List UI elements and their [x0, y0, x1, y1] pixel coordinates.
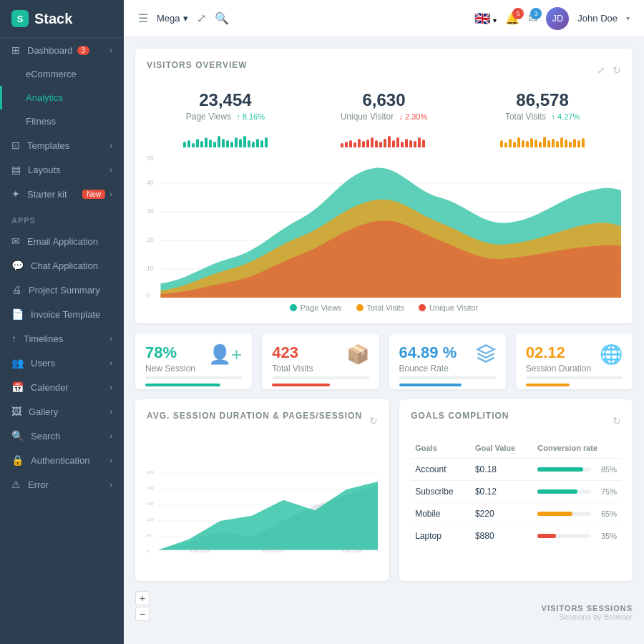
svg-text:30: 30 [147, 208, 154, 215]
sidebar-item-users[interactable]: 👥 Users › [0, 351, 124, 375]
sidebar-item-label: Analytics [26, 92, 63, 103]
goal-conversion: 85% [533, 459, 621, 481]
refresh-icon[interactable]: ↻ [613, 64, 621, 76]
chevron-icon: › [109, 431, 112, 440]
user-name[interactable]: John Doe [577, 13, 618, 24]
sidebar-item-gallery[interactable]: 🖼 Gallery › [0, 399, 124, 424]
sidebar-item-timelines[interactable]: ↑ Timelines › [0, 326, 124, 351]
goals-title: GOALS COMPLITION [411, 411, 509, 421]
stat-unique-visitors: 6,630 Unique Visitor ↓ 2.30% [341, 90, 428, 147]
logo-icon: S [11, 10, 29, 27]
unique-visitor-change: ↓ 2.30% [399, 112, 428, 121]
sidebar-item-error[interactable]: ⚠ Error › [0, 472, 124, 497]
sidebar-item-ecommerce[interactable]: eCommerce [0, 62, 124, 86]
metric-bar-fill [526, 384, 570, 386]
calendar-icon: 📅 [11, 381, 24, 393]
email-icon: ✉ [11, 235, 20, 247]
expand-icon[interactable]: ⤢ [197, 11, 206, 25]
svg-text:2016-12-04: 2016-12-04 [262, 549, 284, 553]
metric-value: 64.89 % [399, 343, 457, 362]
bottom-row: AVG. SESSION DURATION & PAGES/SESSION ↻ … [135, 399, 633, 581]
sidebar-item-label: Dashboard [27, 45, 73, 56]
sidebar-item-label: eCommerce [26, 69, 77, 79]
chevron-icon: › [109, 334, 112, 343]
sidebar-item-label: Email Application [27, 236, 98, 247]
dashboard-badge: 3 [77, 46, 90, 55]
flag-icon: 🇬🇧 [474, 11, 490, 26]
sidebar-item-chat-app[interactable]: 💬 Chat Application [0, 253, 124, 278]
svg-text:300: 300 [147, 470, 155, 474]
sidebar-item-starter-kit[interactable]: ✦ Starter kit New › [0, 182, 124, 206]
topbar-left: ☰ Mega ▾ ⤢ 🔍 [138, 11, 229, 25]
fullscreen-icon[interactable]: ⤢ [597, 64, 605, 76]
mega-label: Mega [157, 13, 180, 24]
refresh-icon[interactable]: ↻ [369, 415, 378, 426]
sidebar-item-authentication[interactable]: 🔒 Authentication › [0, 448, 124, 472]
timelines-icon: ↑ [11, 333, 16, 344]
app-name: Stack [34, 11, 72, 27]
language-selector[interactable]: 🇬🇧 ▾ [474, 11, 497, 26]
sidebar-item-calender[interactable]: 📅 Calender › [0, 375, 124, 399]
sidebar-item-dashboard[interactable]: ⊞ Dashboard 3 › [0, 38, 124, 62]
sidebar-item-invoice-template[interactable]: 📄 Invoice Template [0, 302, 124, 326]
sidebar-item-label: Error [28, 479, 49, 490]
metric-session-duration: 02.12 Session Duration 🌐 [516, 333, 633, 389]
legend-dot-total-visits [356, 304, 364, 311]
sidebar-item-analytics[interactable]: Analytics [0, 86, 124, 109]
svg-text:0: 0 [147, 549, 150, 553]
unique-visitor-number: 6,630 [341, 90, 428, 110]
visitors-overview-card: VISITORS OVERVIEW ⤢ ↻ 23,454 Page Views … [135, 49, 633, 323]
visitors-title: VISITORS OVERVIEW [147, 60, 248, 70]
footer-row: + − VISITORS SESSIONS Sessions by Browse… [135, 591, 633, 621]
messages-button[interactable]: ✉ 3 [528, 11, 537, 25]
sidebar-item-label: Gallery [29, 406, 58, 417]
chevron-icon: › [109, 141, 112, 150]
mega-menu-button[interactable]: Mega ▾ [157, 13, 188, 24]
zoom-in-button[interactable]: + [135, 591, 150, 605]
page-content: VISITORS OVERVIEW ⤢ ↻ 23,454 Page Views … [124, 37, 644, 644]
chevron-icon: › [109, 358, 112, 367]
sidebar-item-fitness[interactable]: Fitness [0, 109, 124, 133]
total-visits-label: Total Visits ↑ 4.27% [500, 112, 585, 122]
sidebar-item-layouts[interactable]: ▤ Layouts › [0, 157, 124, 182]
sidebar-item-label: Search [31, 431, 60, 441]
mega-chevron-icon: ▾ [183, 13, 188, 24]
visitors-card-header: VISITORS OVERVIEW ⤢ ↻ [147, 60, 621, 80]
metric-top: 78% New Session 👤+ [145, 343, 242, 374]
session-area-chart: 0 60 120 180 240 300 [147, 441, 378, 570]
sidebar-item-email-app[interactable]: ✉ Email Application [0, 229, 124, 253]
sidebar-item-search[interactable]: 🔍 Search › [0, 424, 124, 448]
new-badge: New [82, 190, 105, 199]
svg-marker-19 [477, 345, 494, 353]
visitors-stats-row: 23,454 Page Views ↑ 8.16% 6,630 Unique V… [147, 90, 621, 147]
sidebar-item-label: Authentication [31, 455, 89, 466]
visitors-sessions-label: VISITORS SESSIONS [542, 604, 633, 613]
goal-value: $0.12 [471, 481, 533, 503]
svg-text:10: 10 [147, 265, 154, 272]
zoom-out-button[interactable]: − [135, 607, 150, 621]
user-avatar[interactable]: JD [546, 7, 569, 30]
chevron-icon: › [109, 46, 112, 54]
sidebar: S Stack ⊞ Dashboard 3 › eCommerce Analyt… [0, 0, 124, 644]
stat-page-views: 23,454 Page Views ↑ 8.16% [183, 90, 268, 147]
legend-label-page-views: Page Views [301, 303, 342, 312]
unique-visitor-label: Unique Visitor ↓ 2.30% [341, 112, 428, 122]
metric-label: Session Duration [526, 364, 591, 374]
topbar: ☰ Mega ▾ ⤢ 🔍 🇬🇧 ▾ 🔔 5 ✉ 3 JD John Doe [124, 0, 644, 37]
app-logo[interactable]: S Stack [0, 0, 124, 38]
sidebar-item-project-summary[interactable]: 🖨 Project Summary [0, 278, 124, 302]
sidebar-item-label: Project Summary [29, 285, 100, 296]
notifications-button[interactable]: 🔔 5 [505, 11, 519, 25]
area-chart: 0 10 20 30 40 50 [147, 155, 621, 298]
globe-icon: 🌐 [600, 343, 623, 366]
sidebar-item-templates[interactable]: ⊡ Templates › [0, 133, 124, 157]
sidebar-item-label: Calender [31, 382, 69, 393]
metric-top: 02.12 Session Duration 🌐 [526, 343, 623, 374]
search-icon[interactable]: 🔍 [215, 11, 229, 25]
unique-visitor-mini-chart [341, 126, 428, 147]
metric-label: Bounce Rate [399, 364, 457, 374]
table-row: Account $0.18 85% [411, 459, 621, 481]
hamburger-icon[interactable]: ☰ [138, 11, 148, 25]
layers-icon [476, 343, 496, 369]
refresh-icon[interactable]: ↻ [613, 415, 621, 426]
